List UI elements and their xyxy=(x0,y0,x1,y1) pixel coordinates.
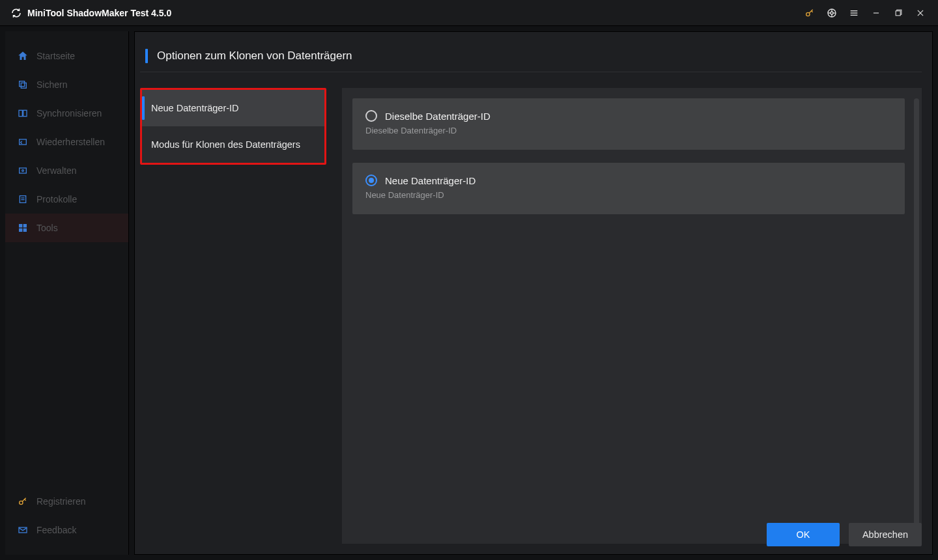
sidebar-item-label: Wiederherstellen xyxy=(36,137,105,147)
manage-icon xyxy=(17,165,29,176)
sidebar-item-manage[interactable]: Verwalten xyxy=(5,156,128,185)
sidebar-item-label: Verwalten xyxy=(36,165,76,176)
svg-point-2 xyxy=(831,12,833,14)
ok-button[interactable]: OK xyxy=(767,523,840,546)
svg-rect-19 xyxy=(20,139,27,145)
radio-option-same-id[interactable]: Dieselbe Datenträger-ID Dieselbe Datentr… xyxy=(352,98,905,150)
sidebar-item-label: Feedback xyxy=(36,525,76,535)
radio-icon xyxy=(365,110,377,122)
radio-option-label: Neue Datenträger-ID xyxy=(385,175,476,186)
sidebar-item-label: Registrieren xyxy=(36,496,85,507)
sidebar-item-tools[interactable]: Tools xyxy=(5,214,128,242)
close-button[interactable] xyxy=(909,0,931,26)
sidebar-item-label: Synchronisieren xyxy=(36,108,102,119)
option-tab-new-disk-id[interactable]: Neue Datenträger-ID xyxy=(142,90,324,126)
option-tab-label: Modus für Klonen des Datenträgers xyxy=(151,139,300,150)
minimize-button[interactable] xyxy=(865,0,887,26)
cancel-button[interactable]: Abbrechen xyxy=(849,523,922,546)
svg-rect-16 xyxy=(21,83,26,88)
menu-button[interactable] xyxy=(843,0,865,26)
key-icon xyxy=(17,496,29,507)
option-tab-label: Neue Datenträger-ID xyxy=(151,103,239,113)
logs-icon xyxy=(17,193,29,205)
app-title: MiniTool ShadowMaker Test 4.5.0 xyxy=(27,8,171,18)
svg-rect-28 xyxy=(23,229,27,232)
header-accent-bar xyxy=(145,49,148,63)
restore-icon xyxy=(17,136,29,148)
page-header: Optionen zum Klonen von Datenträgern xyxy=(140,40,922,72)
svg-rect-26 xyxy=(23,224,27,227)
sidebar-item-restore[interactable]: Wiederherstellen xyxy=(5,128,128,156)
home-icon xyxy=(17,50,29,62)
backup-icon xyxy=(17,79,29,91)
sidebar-item-logs[interactable]: Protokolle xyxy=(5,185,128,214)
radio-option-label: Dieselbe Datenträger-ID xyxy=(385,111,490,122)
mail-icon xyxy=(17,524,29,536)
sidebar-item-label: Protokolle xyxy=(36,194,77,204)
sync-icon xyxy=(17,107,29,119)
radio-option-desc: Dieselbe Datenträger-ID xyxy=(365,126,892,135)
svg-rect-18 xyxy=(23,110,27,116)
maximize-button[interactable] xyxy=(887,0,909,26)
svg-rect-15 xyxy=(20,81,25,87)
tools-icon xyxy=(17,222,29,234)
sidebar-item-register[interactable]: Registrieren xyxy=(5,487,128,516)
svg-rect-27 xyxy=(19,229,22,232)
option-tab-list: Neue Datenträger-ID Modus für Klonen des… xyxy=(140,88,326,165)
sidebar-item-label: Sichern xyxy=(36,79,67,90)
options-panel: Dieselbe Datenträger-ID Dieselbe Datentr… xyxy=(342,88,922,544)
sidebar: Startseite Sichern Synchronisieren Wiede… xyxy=(5,31,129,555)
sidebar-item-label: Tools xyxy=(36,223,58,233)
sidebar-item-backup[interactable]: Sichern xyxy=(5,70,128,99)
sidebar-item-feedback[interactable]: Feedback xyxy=(5,516,128,544)
scrollbar[interactable] xyxy=(914,98,919,533)
option-tab-clone-mode[interactable]: Modus für Klonen des Datenträgers xyxy=(142,126,324,163)
svg-rect-17 xyxy=(19,110,22,116)
app-logo-icon xyxy=(10,7,22,19)
page-title: Optionen zum Klonen von Datenträgern xyxy=(157,49,352,63)
radio-option-new-id[interactable]: Neue Datenträger-ID Neue Datenträger-ID xyxy=(352,163,905,214)
svg-rect-20 xyxy=(20,168,27,173)
sidebar-item-label: Startseite xyxy=(36,51,75,61)
help-button[interactable] xyxy=(821,0,843,26)
radio-option-desc: Neue Datenträger-ID xyxy=(365,190,892,200)
content-area: Optionen zum Klonen von Datenträgern Neu… xyxy=(134,31,933,555)
svg-rect-25 xyxy=(19,224,22,227)
svg-rect-12 xyxy=(896,11,900,16)
sidebar-item-home[interactable]: Startseite xyxy=(5,42,128,70)
sidebar-item-sync[interactable]: Synchronisieren xyxy=(5,99,128,128)
radio-icon xyxy=(365,175,377,186)
activate-key-button[interactable] xyxy=(799,0,821,26)
dialog-footer: OK Abbrechen xyxy=(767,523,922,546)
titlebar: MiniTool ShadowMaker Test 4.5.0 xyxy=(0,0,938,26)
svg-point-21 xyxy=(22,170,24,172)
